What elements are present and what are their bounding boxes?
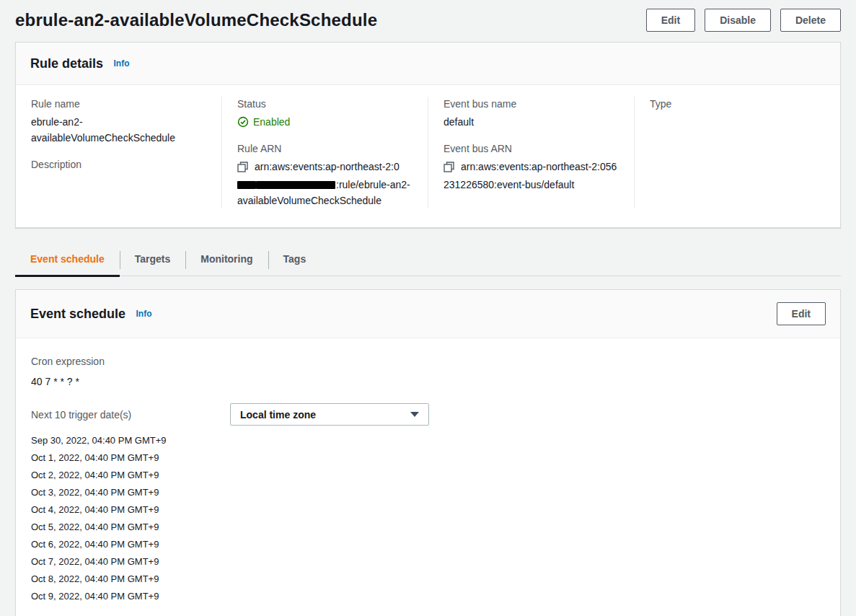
cron-expression-label: Cron expression — [31, 354, 825, 369]
disable-button[interactable]: Disable — [705, 9, 771, 32]
trigger-dates-label: Next 10 trigger date(s) — [31, 408, 230, 422]
event-bus-name-label: Event bus name — [444, 97, 619, 111]
event-schedule-title: Event schedule — [30, 307, 125, 321]
rule-arn-field: Rule ARN arn:aws:events:ap-northeast-2:0… — [237, 141, 412, 208]
rule-details-col-4: Type — [634, 97, 840, 208]
description-label: Description — [31, 157, 206, 172]
list-item: Oct 7, 2022, 04:40 PM GMT+9 — [31, 553, 825, 571]
tab-monitoring[interactable]: Monitoring — [185, 245, 268, 276]
rule-details-col-2: Status Enabled Rule ARN arn:aws:events — [221, 97, 428, 208]
rule-details-col-1: Rule name ebrule-an2-availableVolumeChec… — [16, 97, 221, 208]
list-item: Oct 4, 2022, 04:40 PM GMT+9 — [31, 501, 825, 519]
rule-name-label: Rule name — [31, 97, 206, 111]
redaction-bar — [256, 181, 335, 189]
rule-arn-value: arn:aws:events:ap-northeast-2:0:rule/ebr… — [237, 159, 412, 208]
timezone-select-value: Local time zone — [240, 409, 316, 421]
rule-details-heading: Rule details Info — [30, 55, 129, 72]
copy-icon[interactable] — [444, 161, 454, 177]
list-item: Oct 9, 2022, 04:40 PM GMT+9 — [31, 588, 825, 605]
list-item: Oct 6, 2022, 04:40 PM GMT+9 — [31, 536, 825, 553]
status-value: Enabled — [253, 114, 290, 130]
page-actions: Edit Disable Delete — [646, 9, 841, 32]
status-field: Status Enabled — [237, 97, 412, 130]
redaction-bar — [237, 181, 256, 189]
rule-details-col-3: Event bus name default Event bus ARN arn… — [428, 97, 634, 208]
event-bus-name-value: default — [444, 114, 619, 130]
delete-button[interactable]: Delete — [780, 9, 841, 32]
trigger-row: Next 10 trigger date(s) Local time zone — [31, 403, 825, 426]
status-enabled-icon — [237, 116, 249, 128]
copy-icon[interactable] — [237, 161, 248, 177]
event-bus-name-field: Event bus name default — [444, 97, 619, 130]
description-field: Description — [31, 157, 206, 172]
type-field: Type — [650, 97, 825, 111]
tab-targets[interactable]: Targets — [120, 245, 186, 276]
event-schedule-card: Event schedule Info Edit Cron expression… — [15, 289, 841, 616]
list-item: Oct 3, 2022, 04:40 PM GMT+9 — [31, 484, 825, 501]
status-label: Status — [237, 97, 412, 111]
page-title: ebrule-an2-availableVolumeCheckSchedule — [15, 10, 377, 30]
event-schedule-heading: Event schedule Info — [30, 305, 152, 322]
rule-details-card: Rule details Info Rule name ebrule-an2-a… — [15, 42, 841, 228]
list-item: Oct 2, 2022, 04:40 PM GMT+9 — [31, 467, 825, 484]
tab-bar: Event schedule Targets Monitoring Tags — [15, 245, 841, 276]
rule-arn-prefix: arn:aws:events:ap-northeast-2:0 — [255, 161, 400, 172]
event-bus-arn-value: arn:aws:events:ap-northeast-2:0562312265… — [444, 159, 619, 193]
list-item: Oct 5, 2022, 04:40 PM GMT+9 — [31, 519, 825, 536]
rule-arn-label: Rule ARN — [237, 141, 412, 156]
rule-details-title: Rule details — [30, 56, 103, 71]
edit-button[interactable]: Edit — [646, 9, 695, 32]
rule-name-field: Rule name ebrule-an2-availableVolumeChec… — [31, 97, 206, 146]
tab-event-schedule[interactable]: Event schedule — [15, 245, 120, 276]
rule-name-value: ebrule-an2-availableVolumeCheckSchedule — [31, 114, 206, 146]
rule-details-body: Rule name ebrule-an2-availableVolumeChec… — [16, 85, 840, 227]
event-schedule-info-link[interactable]: Info — [136, 309, 152, 319]
event-schedule-header: Event schedule Info Edit — [16, 290, 840, 338]
rule-details-info-link[interactable]: Info — [113, 58, 129, 69]
event-bus-arn-label: Event bus ARN — [444, 141, 619, 156]
trigger-label-cell: Next 10 trigger date(s) — [31, 408, 230, 422]
event-bus-arn-field: Event bus ARN arn:aws:events:ap-northeas… — [444, 141, 619, 193]
list-item: Sep 30, 2022, 04:40 PM GMT+9 — [31, 432, 825, 449]
rule-details-header: Rule details Info — [16, 43, 840, 85]
page: ebrule-an2-availableVolumeCheckSchedule … — [0, 0, 856, 616]
page-header: ebrule-an2-availableVolumeCheckSchedule … — [15, 0, 841, 42]
trigger-dates-list: Sep 30, 2022, 04:40 PM GMT+9 Oct 1, 2022… — [31, 432, 825, 605]
timezone-select[interactable]: Local time zone — [230, 403, 429, 426]
chevron-down-icon — [410, 412, 419, 417]
event-bus-arn-text: arn:aws:events:ap-northeast-2:0562312265… — [444, 161, 617, 190]
list-item: Oct 8, 2022, 04:40 PM GMT+9 — [31, 571, 825, 588]
status-badge: Enabled — [237, 114, 412, 130]
tab-tags[interactable]: Tags — [268, 245, 322, 276]
event-schedule-edit-button[interactable]: Edit — [777, 302, 826, 325]
cron-expression-value: 40 7 * * ? * — [31, 376, 825, 387]
event-schedule-body: Cron expression 40 7 * * ? * Next 10 tri… — [16, 338, 840, 616]
list-item: Oct 1, 2022, 04:40 PM GMT+9 — [31, 449, 825, 467]
type-label: Type — [650, 97, 825, 111]
